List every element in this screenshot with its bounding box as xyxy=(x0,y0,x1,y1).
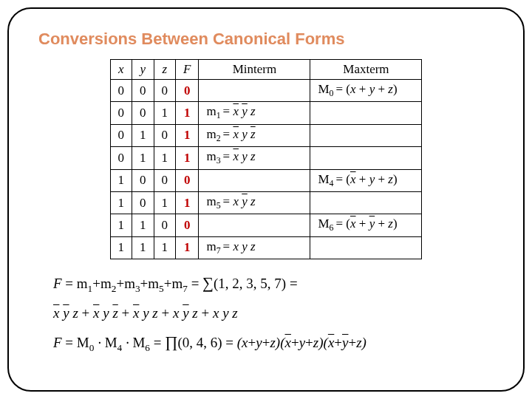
maxterm-cell: M6 = (x + y + z) xyxy=(310,214,422,236)
table-row: 1 1 1 1 m7 = x y z xyxy=(110,236,422,259)
minterm-cell: m5 = x y z xyxy=(199,191,310,214)
eq-product-of-maxterms: F = M0 · M4 · M6 = ∏(0, 4, 6) = (x+y+z)(… xyxy=(53,327,494,358)
truth-table: x y z F Minterm Maxterm 0 0 0 0 M0 = (x … xyxy=(110,59,423,259)
table-row: 0 0 0 0 M0 = (x + y + z) xyxy=(110,80,422,102)
equations-block: F = m1+m2+m3+m5+m7 = ∑(1, 2, 3, 5, 7) = … xyxy=(53,268,494,358)
table-row: 1 0 0 0 M4 = (x + y + z) xyxy=(110,169,422,191)
maxterm-cell: M0 = (x + y + z) xyxy=(310,80,422,102)
col-maxterm: Maxterm xyxy=(310,60,422,80)
col-minterm: Minterm xyxy=(199,60,310,80)
minterm-cell: m2 = x y z xyxy=(199,124,310,146)
maxterm-cell: M4 = (x + y + z) xyxy=(310,169,422,191)
slide-title: Conversions Between Canonical Forms xyxy=(38,30,494,49)
table-row: 1 1 0 0 M6 = (x + y + z) xyxy=(110,214,422,236)
table-row: 0 0 1 1 m1 = x y z xyxy=(110,102,422,124)
table-row: 0 1 1 1 m3 = x y z xyxy=(110,147,422,169)
table-row: 1 0 1 1 m5 = x y z xyxy=(110,191,422,214)
col-z: z xyxy=(154,60,176,80)
minterm-cell: m7 = x y z xyxy=(199,236,310,259)
minterm-cell: m3 = x y z xyxy=(199,147,310,169)
minterm-cell: m1 = x y z xyxy=(199,102,310,124)
slide-frame: Conversions Between Canonical Forms x y … xyxy=(7,7,525,392)
table-header-row: x y z F Minterm Maxterm xyxy=(110,60,422,80)
col-y: y xyxy=(132,60,154,80)
eq-sop-expansion: x y z + x y z + x y z + x y z + x y z xyxy=(53,299,494,327)
table-row: 0 1 0 1 m2 = x y z xyxy=(110,124,422,146)
eq-sum-of-minterms: F = m1+m2+m3+m5+m7 = ∑(1, 2, 3, 5, 7) = xyxy=(53,268,494,299)
col-F: F xyxy=(176,60,199,80)
col-x: x xyxy=(110,60,132,80)
